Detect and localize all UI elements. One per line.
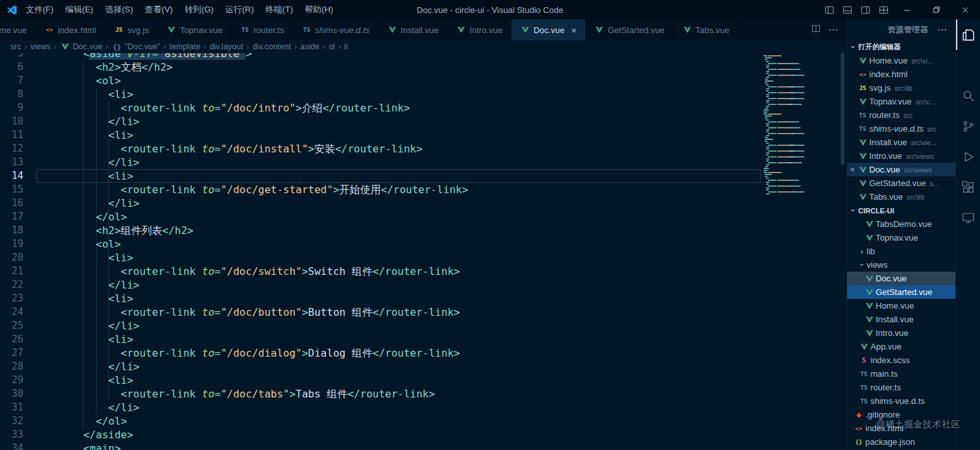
- open-editor-svg.js[interactable]: JSsvg.jssrc\lib: [847, 81, 955, 95]
- tree-item-router.ts[interactable]: TSrouter.ts: [847, 381, 955, 394]
- code-line-20[interactable]: 20 <li>: [0, 251, 846, 265]
- tree-item-Topnav.vue[interactable]: Topnav.vue: [847, 231, 955, 244]
- code-line-27[interactable]: 27 <router-link to="/doc/dialog">Dialog …: [0, 346, 846, 360]
- open-editor-Tabs.vue[interactable]: Tabs.vuesrc\lib: [847, 190, 955, 204]
- split-editor-icon[interactable]: [811, 24, 821, 36]
- code-line-26[interactable]: 26 <li>: [0, 333, 846, 346]
- code-line-19[interactable]: 19 <ol>: [0, 237, 846, 251]
- open-editor-Topnav.vue[interactable]: Topnav.vuesrc\c...: [847, 95, 955, 108]
- code-line-7[interactable]: 7 <ol>: [0, 74, 846, 88]
- code-line-24[interactable]: 24 <router-link to="/doc/button">Button …: [0, 305, 846, 319]
- menu-item-2[interactable]: 选择(S): [99, 0, 139, 19]
- menu-item-5[interactable]: 运行(R): [219, 0, 259, 19]
- tab-Topnav.vue[interactable]: Topnav.vue: [158, 19, 232, 40]
- code-line-28[interactable]: 28 </li>: [0, 360, 846, 373]
- tab-Install.vue[interactable]: Install.vue: [379, 19, 448, 40]
- minimize-button[interactable]: [892, 0, 922, 19]
- tab-GetStarted.vue[interactable]: GetStarted.vue: [586, 19, 673, 40]
- tree-item-views[interactable]: ›views: [847, 258, 955, 272]
- tab-Doc.vue[interactable]: Doc.vue×: [511, 19, 585, 40]
- breadcrumb-item-1[interactable]: views: [30, 42, 51, 51]
- breadcrumb-item-3[interactable]: {}"Doc.vue": [111, 42, 160, 51]
- code-line-17[interactable]: 17 </ol>: [0, 210, 846, 224]
- code-line-6[interactable]: 6 <h2>文档</h2>: [0, 60, 846, 74]
- open-editor-Intro.vue[interactable]: Intro.vuesrc\views: [847, 149, 955, 163]
- menu-item-7[interactable]: 帮助(H): [299, 0, 339, 19]
- code-line-18[interactable]: 18 <h2>组件列表</h2>: [0, 224, 846, 237]
- tab-Tabs.vue[interactable]: Tabs.vue: [673, 19, 738, 40]
- more-actions-icon[interactable]: ⋯: [937, 24, 948, 36]
- code-line-30[interactable]: 30 <router-link to="/doc/tabs">Tabs 组件</…: [0, 387, 846, 401]
- breadcrumb-item-7[interactable]: aside: [300, 42, 320, 51]
- restore-button[interactable]: [922, 0, 951, 19]
- tree-item-GetStarted.vue[interactable]: GetStarted.vue: [847, 285, 955, 299]
- tab-index.html[interactable]: <>index.html: [36, 19, 105, 40]
- breadcrumb-item-9[interactable]: li: [344, 42, 348, 51]
- section-project[interactable]: › CIRCLE-UI: [847, 204, 955, 217]
- menu-item-3[interactable]: 查看(V): [139, 0, 178, 19]
- code-line-15[interactable]: 15 <router-link to="/doc/get-started">开始…: [0, 183, 846, 196]
- menu-item-1[interactable]: 编辑(E): [60, 0, 99, 19]
- section-open-editors[interactable]: › 打开的编辑器: [847, 40, 955, 54]
- code-line-31[interactable]: 31 </li>: [0, 401, 846, 414]
- tree-item-Home.vue[interactable]: Home.vue: [847, 299, 955, 313]
- code-editor[interactable]: 5 <aside v-if="asideVisible">6 <h2>文档</h…: [0, 53, 846, 450]
- tree-item-App.vue[interactable]: App.vue: [847, 340, 955, 353]
- tab-svg.js[interactable]: JSsvg.js: [106, 19, 158, 40]
- tab-close-icon[interactable]: ×: [571, 25, 577, 35]
- tab-shims-vue.d.ts[interactable]: TSshims-vue.d.ts: [293, 19, 379, 40]
- breadcrumb-item-6[interactable]: div.content: [252, 42, 291, 51]
- tree-item-main.ts[interactable]: TSmain.ts: [847, 367, 955, 381]
- breadcrumb-item-4[interactable]: template: [169, 42, 200, 51]
- menu-item-0[interactable]: 文件(F): [20, 0, 60, 19]
- tree-item-shims-vue.d.ts[interactable]: TSshims-vue.d.ts: [847, 394, 955, 408]
- breadcrumb-item-8[interactable]: ol: [329, 42, 335, 51]
- code-line-11[interactable]: 11 <li>: [0, 128, 846, 142]
- source-control-icon[interactable]: [956, 111, 980, 141]
- layout-sidebar-icon[interactable]: [820, 0, 838, 19]
- tab-router.ts[interactable]: TSrouter.ts: [231, 19, 293, 40]
- menu-item-6[interactable]: 终端(T): [259, 0, 299, 19]
- run-and-debug-icon[interactable]: [956, 141, 980, 172]
- layout-sidebar-right-icon[interactable]: [856, 0, 874, 19]
- tree-item-Intro.vue[interactable]: Intro.vue: [847, 326, 955, 340]
- code-line-33[interactable]: 33 </aside>: [0, 428, 846, 442]
- close-button[interactable]: [951, 0, 980, 19]
- explorer-icon[interactable]: [956, 19, 980, 50]
- search-icon[interactable]: [956, 80, 980, 111]
- open-editor-index.html[interactable]: <>index.html: [847, 67, 955, 81]
- code-line-12[interactable]: 12 <router-link to="/doc/install">安装</ro…: [0, 142, 846, 156]
- tab-Intro.vue[interactable]: Intro.vue: [448, 19, 512, 40]
- breadcrumb-item-0[interactable]: src: [10, 42, 21, 51]
- tree-item-lib[interactable]: ›lib: [847, 244, 955, 258]
- code-line-13[interactable]: 13 </li>: [0, 156, 846, 169]
- editor-scrollbar[interactable]: [841, 53, 845, 165]
- breadcrumb-item-2[interactable]: Doc.vue: [60, 42, 102, 51]
- open-editor-GetStarted.vue[interactable]: GetStarted.vues...: [847, 176, 955, 190]
- code-line-10[interactable]: 10 </li>: [0, 115, 846, 128]
- layout-panel-icon[interactable]: [838, 0, 856, 19]
- code-line-29[interactable]: 29 <li>: [0, 373, 846, 387]
- open-editor-Install.vue[interactable]: Install.vuesrc\vie...: [847, 136, 955, 149]
- open-editor-Home.vue[interactable]: Home.vuesrc\vi...: [847, 54, 955, 67]
- code-line-32[interactable]: 32 </ol>: [0, 414, 846, 428]
- tree-item-Doc.vue[interactable]: Doc.vue: [847, 272, 955, 285]
- code-line-14[interactable]: 14 <li>: [0, 169, 846, 183]
- code-line-8[interactable]: 8 <li>: [0, 88, 846, 101]
- code-line-23[interactable]: 23 <li>: [0, 292, 846, 305]
- minimap[interactable]: [761, 55, 818, 195]
- close-icon[interactable]: ×: [847, 165, 858, 174]
- tree-item-index.scss[interactable]: Sindex.scss: [847, 353, 955, 367]
- more-actions-icon[interactable]: ⋯: [828, 24, 839, 36]
- open-editor-shims-vue.d.ts[interactable]: TSshims-vue.d.tssrc: [847, 122, 955, 136]
- code-line-9[interactable]: 9 <router-link to="/doc/intro">介绍</route…: [0, 101, 846, 115]
- code-line-25[interactable]: 25 </li>: [0, 319, 846, 333]
- code-line-16[interactable]: 16 </li>: [0, 196, 846, 210]
- breadcrumb-item-5[interactable]: div.layout: [209, 42, 243, 51]
- tree-item-Install.vue[interactable]: Install.vue: [847, 313, 955, 326]
- tree-item-package.json[interactable]: {}package.json: [847, 435, 955, 449]
- code-line-5[interactable]: 5 <aside v-if="asideVisible">: [0, 53, 846, 60]
- extensions-icon[interactable]: [956, 172, 980, 202]
- tree-item-TabsDemo.vue[interactable]: TabsDemo.vue: [847, 217, 955, 231]
- code-line-34[interactable]: 34 <main>: [0, 442, 846, 450]
